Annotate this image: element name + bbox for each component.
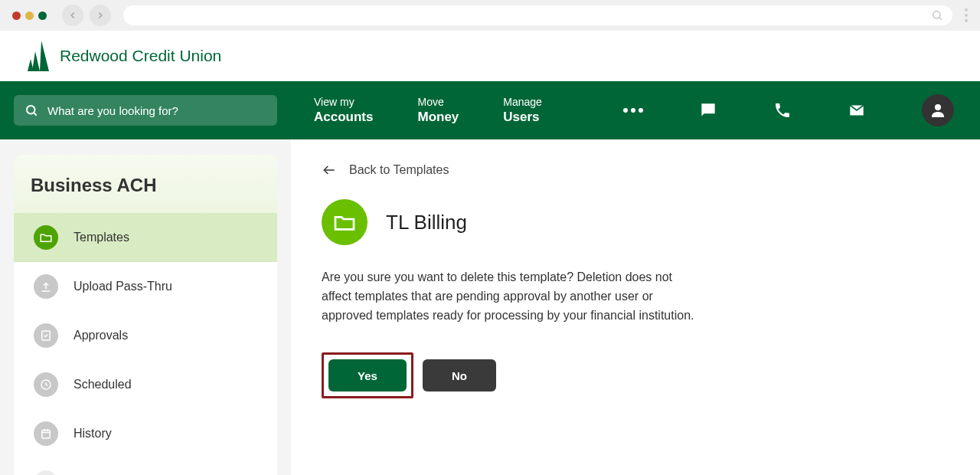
sidebar-item-history[interactable]: History xyxy=(14,409,277,458)
confirmation-text: Are you sure you want to delete this tem… xyxy=(322,268,704,325)
main-area: Business ACH Templates Upload Pass-Thru … xyxy=(0,139,980,475)
browser-back-button[interactable] xyxy=(62,5,83,26)
nav-users[interactable]: Manage Users xyxy=(503,96,542,126)
svg-point-4 xyxy=(935,104,941,110)
user-icon xyxy=(34,470,58,475)
arrow-left-icon xyxy=(322,162,337,178)
sidebar: Business ACH Templates Upload Pass-Thru … xyxy=(0,139,291,475)
nav-accounts[interactable]: View my Accounts xyxy=(314,96,373,126)
calendar-icon xyxy=(34,421,58,446)
svg-line-3 xyxy=(34,113,37,116)
chat-icon[interactable] xyxy=(698,100,718,120)
more-icon[interactable] xyxy=(623,108,643,113)
sidebar-item-upload[interactable]: Upload Pass-Thru xyxy=(14,262,277,311)
primary-nav: What are you looking for? View my Accoun… xyxy=(0,81,980,139)
logo-mark-icon xyxy=(28,39,51,73)
action-buttons: Yes No xyxy=(322,352,949,398)
folder-icon xyxy=(34,225,58,250)
sidebar-item-scheduled[interactable]: Scheduled xyxy=(14,360,277,409)
content-pane: Back to Templates TL Billing Are you sur… xyxy=(291,139,980,475)
sidebar-title: Business ACH xyxy=(14,155,277,213)
phone-icon[interactable] xyxy=(773,101,792,120)
back-link-label: Back to Templates xyxy=(349,163,449,177)
close-window-icon[interactable] xyxy=(12,11,21,20)
template-header: TL Billing xyxy=(322,199,949,245)
search-icon xyxy=(24,103,38,117)
browser-forward-button[interactable] xyxy=(90,5,111,26)
back-to-templates[interactable]: Back to Templates xyxy=(322,162,949,178)
sidebar-item-label: Upload Pass-Thru xyxy=(74,280,172,293)
maximize-window-icon[interactable] xyxy=(38,11,47,20)
svg-line-1 xyxy=(939,18,942,20)
profile-avatar[interactable] xyxy=(922,94,954,126)
brand-logo[interactable]: Redwood Credit Union xyxy=(28,39,221,73)
sidebar-item-recipients[interactable]: Recipients xyxy=(14,458,277,475)
svg-point-0 xyxy=(933,11,940,18)
logo-bar: Redwood Credit Union xyxy=(0,31,980,81)
logo-text: Redwood Credit Union xyxy=(60,47,221,65)
window-controls xyxy=(12,11,47,20)
search-placeholder: What are you looking for? xyxy=(47,104,178,117)
nav-links: View my Accounts Move Money Manage Users xyxy=(314,96,542,126)
browser-chrome xyxy=(0,0,980,31)
sidebar-item-label: Templates xyxy=(74,231,129,244)
yes-button[interactable]: Yes xyxy=(328,359,407,391)
address-bar[interactable] xyxy=(123,5,952,25)
check-badge-icon xyxy=(34,323,58,348)
clock-icon xyxy=(34,372,58,397)
minimize-window-icon[interactable] xyxy=(25,11,34,20)
sidebar-item-label: Scheduled xyxy=(74,378,132,391)
sidebar-item-label: History xyxy=(74,427,112,441)
search-icon xyxy=(931,9,943,21)
sidebar-card: Business ACH Templates Upload Pass-Thru … xyxy=(14,155,277,475)
upload-icon xyxy=(34,274,58,299)
sidebar-item-approvals[interactable]: Approvals xyxy=(14,311,277,360)
nav-utility-icons xyxy=(623,94,966,126)
no-button[interactable]: No xyxy=(423,359,496,391)
site-search[interactable]: What are you looking for? xyxy=(14,95,277,126)
svg-point-2 xyxy=(27,106,35,114)
nav-money[interactable]: Move Money xyxy=(417,96,459,126)
svg-rect-7 xyxy=(42,431,51,439)
browser-menu-icon[interactable] xyxy=(965,8,968,22)
mail-icon[interactable] xyxy=(847,100,867,120)
yes-button-highlight: Yes xyxy=(322,352,413,398)
folder-icon xyxy=(322,199,368,245)
sidebar-item-templates[interactable]: Templates xyxy=(14,213,277,262)
template-name: TL Billing xyxy=(386,211,467,234)
sidebar-item-label: Approvals xyxy=(74,329,128,342)
